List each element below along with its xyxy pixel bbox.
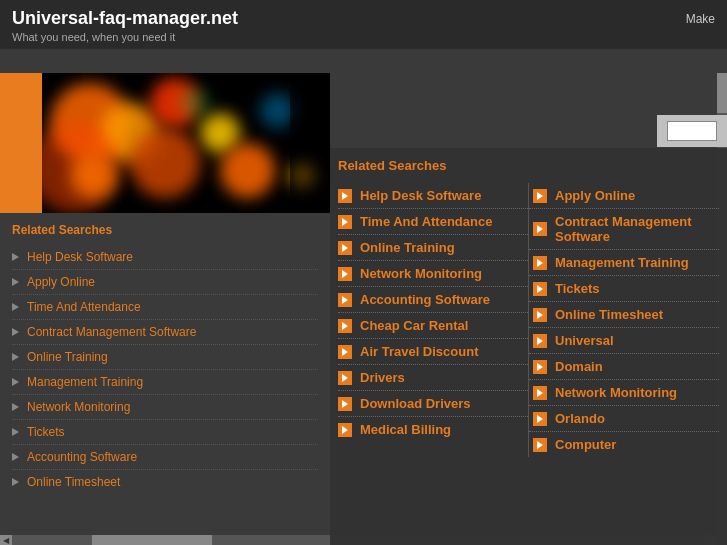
list-item: Computer: [529, 432, 719, 457]
list-item: Domain: [529, 354, 719, 380]
list-item: Medical Billing: [338, 417, 528, 442]
left-search-list: Help Desk Software Apply Online Time And…: [12, 245, 318, 494]
top-bar: Universal-faq-manager.net What you need,…: [0, 0, 727, 49]
left-content: Related Searches Help Desk Software Appl…: [0, 213, 330, 504]
left-link-4[interactable]: Contract Management Software: [27, 325, 196, 339]
orange-arrow-icon: [338, 423, 352, 437]
hero-image: [0, 73, 330, 213]
arrow-icon: [12, 453, 19, 461]
arrow-icon: [12, 403, 19, 411]
main-link-r8[interactable]: Network Monitoring: [555, 385, 677, 400]
main-link-l7[interactable]: Air Travel Discount: [360, 344, 478, 359]
left-link-9[interactable]: Accounting Software: [27, 450, 137, 464]
main-link-r1[interactable]: Apply Online: [555, 188, 635, 203]
left-link-1[interactable]: Help Desk Software: [27, 250, 133, 264]
list-item: Cheap Car Rental: [338, 313, 528, 339]
main-link-l1[interactable]: Help Desk Software: [360, 188, 481, 203]
main-link-r6[interactable]: Universal: [555, 333, 614, 348]
list-item: Management Training: [529, 250, 719, 276]
scrollbar-right-thumb[interactable]: [717, 73, 727, 113]
search-box-area[interactable]: [657, 115, 727, 147]
main-columns: Help Desk Software Time And Attendance O…: [338, 183, 719, 457]
main-panel: Related Searches Help Desk Software Time…: [330, 148, 727, 545]
left-link-3[interactable]: Time And Attendance: [27, 300, 141, 314]
list-item: Network Monitoring: [529, 380, 719, 406]
main-link-l9[interactable]: Download Drivers: [360, 396, 471, 411]
site-tagline: What you need, when you need it: [12, 31, 238, 43]
make-link[interactable]: Make: [686, 12, 715, 26]
bokeh-5: [130, 128, 200, 198]
main-link-l3[interactable]: Online Training: [360, 240, 455, 255]
main-right-list: Apply Online Contract Management Softwar…: [529, 183, 719, 457]
site-info: Universal-faq-manager.net What you need,…: [12, 8, 238, 43]
main-right-col: Apply Online Contract Management Softwar…: [529, 183, 719, 457]
site-title: Universal-faq-manager.net: [12, 8, 238, 29]
orange-arrow-icon: [533, 308, 547, 322]
orange-arrow-icon: [338, 293, 352, 307]
list-item: Online Training: [338, 235, 528, 261]
orange-arrow-icon: [338, 189, 352, 203]
main-link-r4[interactable]: Tickets: [555, 281, 600, 296]
orange-bar: [0, 73, 42, 213]
main-link-l5[interactable]: Accounting Software: [360, 292, 490, 307]
main-link-l6[interactable]: Cheap Car Rental: [360, 318, 468, 333]
list-item: Online Timesheet: [12, 470, 318, 494]
list-item: Time And Attendance: [12, 295, 318, 320]
left-link-8[interactable]: Tickets: [27, 425, 65, 439]
bokeh-9: [180, 88, 210, 118]
orange-arrow-icon: [533, 282, 547, 296]
main-link-l8[interactable]: Drivers: [360, 370, 405, 385]
orange-arrow-icon: [338, 241, 352, 255]
orange-arrow-icon: [338, 397, 352, 411]
list-item: Apply Online: [12, 270, 318, 295]
list-item: Contract Management Software: [529, 209, 719, 250]
list-item: Time And Attendance: [338, 209, 528, 235]
arrow-icon: [12, 378, 19, 386]
left-link-5[interactable]: Online Training: [27, 350, 108, 364]
list-item: Accounting Software: [338, 287, 528, 313]
orange-arrow-icon: [533, 334, 547, 348]
list-item: Help Desk Software: [338, 183, 528, 209]
main-link-r10[interactable]: Computer: [555, 437, 616, 452]
main-link-l10[interactable]: Medical Billing: [360, 422, 451, 437]
left-link-2[interactable]: Apply Online: [27, 275, 95, 289]
search-input[interactable]: [667, 121, 717, 141]
arrow-icon: [12, 478, 19, 486]
list-item: Air Travel Discount: [338, 339, 528, 365]
left-link-6[interactable]: Management Training: [27, 375, 143, 389]
orange-arrow-icon: [338, 267, 352, 281]
arrow-icon: [12, 303, 19, 311]
bokeh-6: [220, 143, 275, 198]
scrollbar-bottom-thumb[interactable]: [92, 535, 212, 545]
orange-arrow-icon: [338, 319, 352, 333]
arrow-icon: [12, 278, 19, 286]
left-sidebar: Related Searches Help Desk Software Appl…: [0, 73, 330, 504]
main-link-r2[interactable]: Contract Management Software: [555, 214, 715, 244]
main-link-r5[interactable]: Online Timesheet: [555, 307, 663, 322]
orange-arrow-icon: [533, 438, 547, 452]
list-item: Drivers: [338, 365, 528, 391]
left-related-heading: Related Searches: [12, 223, 318, 237]
left-link-7[interactable]: Network Monitoring: [27, 400, 130, 414]
main-link-r7[interactable]: Domain: [555, 359, 603, 374]
orange-arrow-icon: [533, 256, 547, 270]
scrollbar-left-arrow[interactable]: ◀: [0, 535, 12, 545]
arrow-icon: [12, 353, 19, 361]
list-item: Management Training: [12, 370, 318, 395]
hero-fade: [290, 73, 330, 213]
orange-arrow-icon: [338, 215, 352, 229]
list-item: Accounting Software: [12, 445, 318, 470]
main-left-list: Help Desk Software Time And Attendance O…: [338, 183, 528, 442]
main-link-r9[interactable]: Orlando: [555, 411, 605, 426]
list-item: Network Monitoring: [338, 261, 528, 287]
main-link-l2[interactable]: Time And Attendance: [360, 214, 492, 229]
list-item: Download Drivers: [338, 391, 528, 417]
list-item: Tickets: [12, 420, 318, 445]
main-link-l4[interactable]: Network Monitoring: [360, 266, 482, 281]
orange-arrow-icon: [533, 386, 547, 400]
list-item: Tickets: [529, 276, 719, 302]
left-link-10[interactable]: Online Timesheet: [27, 475, 120, 489]
list-item: Contract Management Software: [12, 320, 318, 345]
orange-arrow-icon: [338, 345, 352, 359]
main-link-r3[interactable]: Management Training: [555, 255, 689, 270]
